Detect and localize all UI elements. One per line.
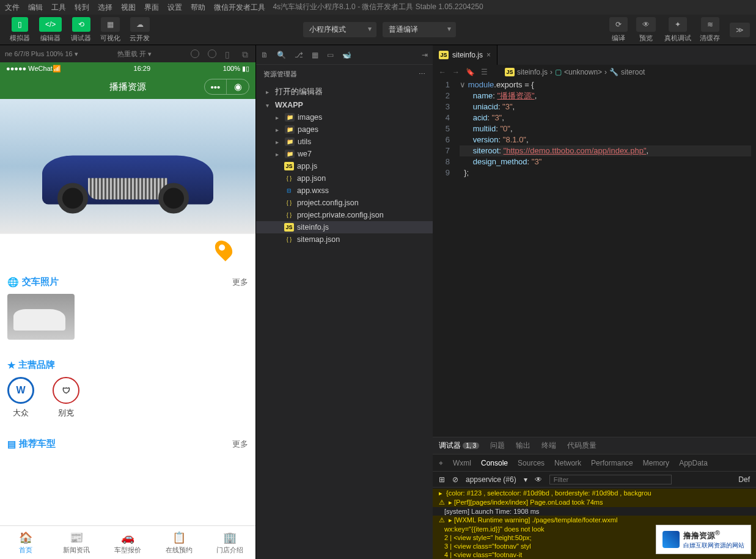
mode-select[interactable]: 小程序模式	[303, 22, 376, 37]
nav-fwd-icon[interactable]: →	[452, 68, 460, 76]
search-icon[interactable]: 🔍	[277, 51, 286, 59]
location-bar[interactable]	[0, 233, 255, 264]
breadcrumb-prop[interactable]: siteroot	[621, 68, 645, 76]
folder-pages[interactable]: ▸📁pages	[256, 123, 433, 136]
debug-icon[interactable]: ▭	[327, 51, 334, 59]
menu-ui[interactable]: 界面	[144, 2, 159, 13]
compile-button[interactable]: ⟳	[609, 17, 628, 32]
section-delivery-title: 🌐 交车照片	[7, 276, 59, 288]
file-app-json[interactable]: { }app.json	[256, 172, 433, 185]
real-debug-button[interactable]: ✦	[669, 17, 687, 32]
sim-action-3[interactable]: ▯	[225, 49, 233, 58]
breadcrumb-file[interactable]: siteinfo.js	[517, 68, 548, 76]
devtool-sources[interactable]: Sources	[518, 459, 545, 467]
delivery-thumb[interactable]	[7, 294, 75, 340]
console-toggle-icon[interactable]: ⊞	[439, 475, 445, 484]
menu-help[interactable]: 帮助	[191, 2, 205, 13]
extensions-icon[interactable]: ▦	[312, 51, 318, 59]
folder-images[interactable]: ▸📁images	[256, 111, 433, 123]
console-tab-debugger[interactable]: 调试器 1, 3	[439, 440, 479, 451]
devtool-performance[interactable]: Performance	[591, 459, 633, 467]
tab-close-icon[interactable]: ×	[486, 51, 491, 59]
tabbar: 🏠首页 📰新闻资讯 🚗车型报价 📋在线预约 🏢门店介绍	[0, 525, 255, 559]
menu-devtools[interactable]: 微信开发者工具	[214, 2, 265, 13]
files-icon[interactable]: 🗎	[261, 51, 268, 59]
folder-utils[interactable]: ▸📁utils	[256, 136, 433, 148]
inspect-icon[interactable]: ⌖	[439, 459, 443, 467]
breadcrumb-obj[interactable]: <unknown>	[564, 68, 602, 76]
editor-tab-siteinfo[interactable]: JSsiteinfo.js×	[433, 45, 497, 65]
project-root[interactable]: ▾WXAPP	[256, 99, 433, 111]
nav-back-icon[interactable]: ←	[439, 68, 446, 76]
devtool-appdata[interactable]: AppData	[679, 459, 708, 467]
tab-store[interactable]: 🏢门店介绍	[204, 526, 255, 559]
sim-action-1[interactable]	[191, 49, 199, 58]
preview-button[interactable]: 👁	[636, 17, 656, 32]
open-editors-header[interactable]: ▸打开的编辑器	[256, 85, 433, 99]
debugger-button[interactable]: ⟲	[72, 17, 90, 32]
menu-goto[interactable]: 转到	[75, 2, 89, 13]
menu-file[interactable]: 文件	[5, 2, 20, 13]
more-button[interactable]: ≫	[730, 23, 750, 37]
file-project-private[interactable]: { }project.private.config.json	[256, 209, 433, 221]
menu-view[interactable]: 视图	[121, 2, 136, 13]
branch-icon[interactable]: ⎇	[295, 51, 303, 59]
file-app-wxss[interactable]: ⊟app.wxss	[256, 185, 433, 197]
editor-label: 编辑器	[40, 34, 61, 43]
devtool-console[interactable]: Console	[481, 459, 508, 467]
editor-button[interactable]: </>	[39, 17, 62, 32]
docker-icon[interactable]: 🐋	[342, 51, 351, 59]
sim-action-4[interactable]: ⧉	[242, 49, 251, 58]
clear-cache-button[interactable]: ≋	[701, 17, 719, 32]
menu-settings[interactable]: 设置	[167, 2, 182, 13]
simulator-button[interactable]: ▯	[12, 17, 28, 32]
section-delivery-more[interactable]: 更多	[232, 277, 248, 288]
menu-edit[interactable]: 编辑	[28, 2, 43, 13]
cloud-button[interactable]: ☁	[130, 17, 150, 32]
devtool-network[interactable]: Network	[554, 459, 581, 467]
file-siteinfo[interactable]: JSsiteinfo.js	[256, 221, 433, 233]
console-context[interactable]: appservice (#6)	[466, 475, 516, 484]
tab-home[interactable]: 🏠首页	[0, 526, 51, 559]
code-editor[interactable]: 123456789 ∨ module.exports = { name: "播播…	[433, 79, 756, 437]
capsule-menu[interactable]: •••	[205, 79, 227, 94]
devtool-wxml[interactable]: Wxml	[453, 459, 471, 467]
menu-tools[interactable]: 工具	[51, 2, 66, 13]
real-debug-label: 真机调试	[664, 34, 691, 43]
app-title: 播播资源	[109, 81, 146, 93]
log-level[interactable]: Def	[738, 475, 750, 484]
console-tab-quality[interactable]: 代码质量	[567, 440, 596, 451]
capsule-close[interactable]: ◉	[227, 79, 249, 94]
section-recommend-more[interactable]: 更多	[232, 439, 248, 450]
console-clear-icon[interactable]: ⊘	[452, 475, 458, 484]
brand-buick[interactable]: 🛡别克	[53, 377, 79, 418]
compile-select[interactable]: 普通编译	[383, 22, 456, 37]
collapse-icon[interactable]: ⇥	[422, 51, 428, 59]
device-select[interactable]: ne 6/7/8 Plus 100% 16 ▾	[5, 50, 78, 58]
cloud-label: 云开发	[130, 34, 150, 43]
console-tab-problems[interactable]: 问题	[490, 440, 505, 451]
hotreload-select[interactable]: 热重载 开 ▾	[117, 49, 152, 59]
tab-news[interactable]: 📰新闻资讯	[51, 526, 103, 559]
devtool-memory[interactable]: Memory	[643, 459, 669, 467]
menu-select[interactable]: 选择	[98, 2, 112, 13]
tab-booking[interactable]: 📋在线预约	[153, 526, 205, 559]
simulator-panel: ne 6/7/8 Plus 100% 16 ▾ 热重载 开 ▾ ▯ ⧉ ●●●●…	[0, 45, 255, 559]
tab-price[interactable]: 🚗车型报价	[102, 526, 153, 559]
console-tab-output[interactable]: 输出	[516, 440, 530, 451]
eye-icon[interactable]: 👁	[535, 475, 542, 484]
brand-vw[interactable]: W大众	[7, 377, 34, 418]
console-tab-terminal[interactable]: 终端	[541, 440, 556, 451]
bookmark-icon[interactable]: 🔖	[466, 68, 475, 76]
folder-we7[interactable]: ▸📁we7	[256, 148, 433, 160]
hero-image[interactable]	[0, 99, 255, 233]
file-app-js[interactable]: JSapp.js	[256, 160, 433, 172]
visual-button[interactable]: ▦	[101, 17, 120, 32]
file-sitemap[interactable]: { }sitemap.json	[256, 233, 433, 246]
console-filter-input[interactable]	[549, 475, 672, 484]
sim-action-2[interactable]	[208, 49, 216, 58]
file-project-config[interactable]: { }project.config.json	[256, 197, 433, 209]
list-icon[interactable]: ☰	[481, 68, 488, 76]
explorer-more[interactable]: ⋯	[419, 70, 425, 78]
watermark-logo	[662, 531, 680, 548]
